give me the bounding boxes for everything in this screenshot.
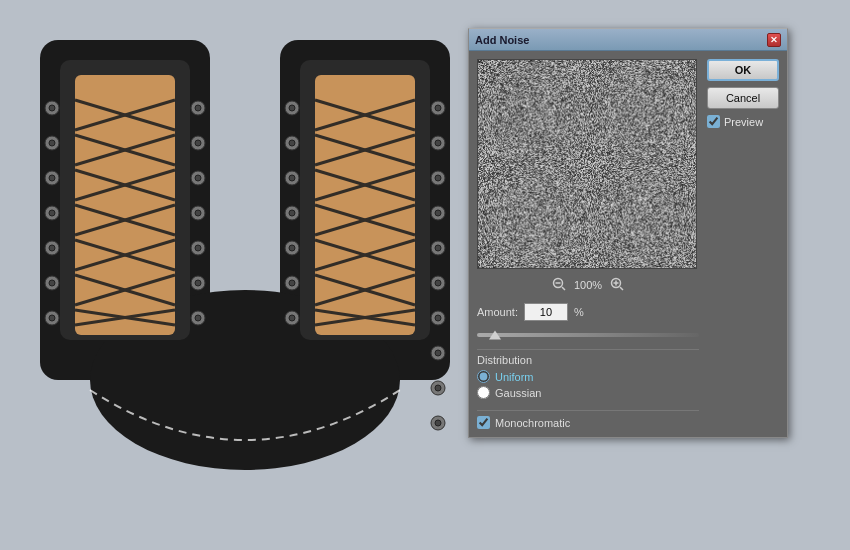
u-letter-art [30, 30, 460, 520]
svg-point-70 [289, 105, 295, 111]
monochromatic-row: Monochromatic [477, 410, 699, 429]
svg-point-60 [195, 245, 201, 251]
svg-point-48 [49, 315, 55, 321]
svg-point-42 [49, 105, 55, 111]
svg-point-75 [289, 280, 295, 286]
svg-point-96 [435, 420, 441, 426]
uniform-radio-row: Uniform [477, 370, 699, 383]
svg-point-89 [435, 175, 441, 181]
svg-point-57 [195, 140, 201, 146]
percent-symbol: % [574, 306, 584, 318]
svg-point-45 [49, 210, 55, 216]
amount-slider-container[interactable] [477, 327, 699, 343]
amount-row: Amount: % [477, 303, 699, 321]
zoom-out-icon[interactable] [552, 277, 566, 294]
preview-check-row: Preview [707, 115, 779, 128]
dialog-right-panel: OK Cancel Preview [707, 59, 779, 429]
svg-point-87 [435, 105, 441, 111]
gaussian-radio-row: Gaussian [477, 386, 699, 399]
svg-point-72 [289, 175, 295, 181]
svg-point-92 [435, 280, 441, 286]
svg-point-59 [195, 210, 201, 216]
slider-track [477, 333, 699, 337]
ok-button[interactable]: OK [707, 59, 779, 81]
monochromatic-label[interactable]: Monochromatic [495, 417, 570, 429]
slider-thumb[interactable] [489, 331, 501, 340]
svg-point-91 [435, 245, 441, 251]
svg-point-76 [289, 315, 295, 321]
dialog-left-panel: 100% Amount: % Distribution Unif [477, 59, 699, 429]
svg-point-62 [195, 315, 201, 321]
svg-point-94 [435, 350, 441, 356]
svg-point-90 [435, 210, 441, 216]
zoom-value: 100% [574, 279, 602, 291]
svg-point-95 [435, 385, 441, 391]
svg-point-88 [435, 140, 441, 146]
svg-point-93 [435, 315, 441, 321]
amount-input[interactable] [524, 303, 568, 321]
amount-label: Amount: [477, 306, 518, 318]
gaussian-label[interactable]: Gaussian [495, 387, 541, 399]
svg-point-71 [289, 140, 295, 146]
preview-checkbox[interactable] [707, 115, 720, 128]
svg-point-44 [49, 175, 55, 181]
dialog-body: 100% Amount: % Distribution Unif [469, 51, 787, 437]
uniform-radio[interactable] [477, 370, 490, 383]
preview-check-label[interactable]: Preview [724, 116, 763, 128]
noise-canvas [478, 60, 696, 268]
close-button[interactable]: ✕ [767, 33, 781, 47]
svg-point-58 [195, 175, 201, 181]
svg-point-46 [49, 245, 55, 251]
uniform-label[interactable]: Uniform [495, 371, 534, 383]
svg-point-73 [289, 210, 295, 216]
dialog-titlebar: Add Noise ✕ [469, 29, 787, 51]
distribution-section: Distribution Uniform Gaussian [477, 349, 699, 402]
zoom-in-icon[interactable] [610, 277, 624, 294]
svg-point-74 [289, 245, 295, 251]
svg-point-47 [49, 280, 55, 286]
svg-line-99 [562, 287, 565, 290]
monochromatic-checkbox[interactable] [477, 416, 490, 429]
cancel-button[interactable]: Cancel [707, 87, 779, 109]
svg-line-103 [620, 287, 623, 290]
preview-canvas [477, 59, 697, 269]
distribution-label: Distribution [477, 354, 699, 366]
gaussian-radio[interactable] [477, 386, 490, 399]
svg-point-43 [49, 140, 55, 146]
dialog-title: Add Noise [475, 34, 529, 46]
add-noise-dialog: Add Noise ✕ 100% Amount: % [468, 28, 788, 438]
zoom-controls: 100% [477, 275, 699, 295]
svg-point-56 [195, 105, 201, 111]
svg-point-61 [195, 280, 201, 286]
